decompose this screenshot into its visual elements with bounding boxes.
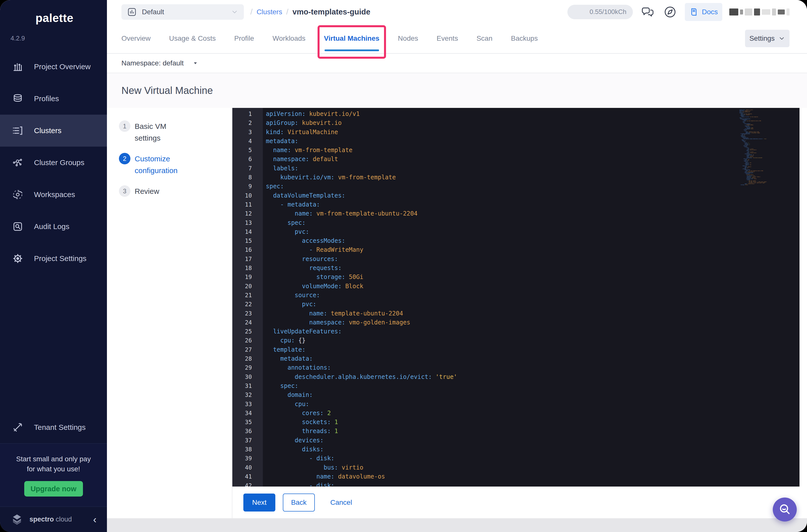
code-line[interactable]: 22 pvc: — [232, 300, 800, 309]
code-line[interactable]: 31 spec: — [232, 381, 800, 391]
wizard-step-2[interactable]: 2Customize configuration — [107, 153, 232, 176]
tab-events[interactable]: Events — [437, 24, 458, 53]
code-line[interactable]: 13 spec: — [232, 218, 800, 227]
code-line[interactable]: 36 threads: 1 — [232, 426, 800, 436]
chat-icon[interactable] — [640, 4, 655, 20]
code-line[interactable]: 33 cpu: — [232, 400, 800, 408]
tab-usage-costs[interactable]: Usage & Costs — [169, 24, 216, 53]
usage-badge: 0.55/100kCh — [567, 5, 633, 19]
yaml-editor[interactable]: 1apiVersion: kubevirt.io/v12apiGroup: ku… — [232, 108, 800, 487]
tab-nodes[interactable]: Nodes — [398, 24, 418, 53]
code-line[interactable]: 3kind: VirtualMachine — [232, 128, 800, 137]
code-line[interactable]: 30 descheduler.alpha.kubernetes.io/evict… — [232, 373, 800, 381]
code-line[interactable]: 16 - ReadWriteMany — [232, 245, 800, 254]
breadcrumb-link-clusters[interactable]: Clusters — [257, 8, 282, 16]
bottom-strip — [107, 518, 807, 532]
editor-minimap[interactable]: apiVersion: kubevirt.io/v1apiGroup: kube… — [739, 109, 777, 185]
sidebar-item-clusters[interactable]: Clusters — [0, 115, 107, 147]
code-line[interactable]: 8 kubevirt.io/vm: vm-from-template — [232, 173, 800, 182]
sidebar-item-workspaces[interactable]: Workspaces — [0, 178, 107, 211]
code-line[interactable]: 10 dataVolumeTemplates: — [232, 191, 800, 200]
code-line[interactable]: 38 disks: — [232, 445, 800, 454]
wizard-step-3[interactable]: 3Review — [107, 185, 232, 197]
code-line[interactable]: 18 requests: — [232, 264, 800, 272]
code-line[interactable]: 42 - disk: — [232, 481, 800, 487]
tab-scan[interactable]: Scan — [476, 24, 492, 53]
sidebar-nav: Project OverviewProfilesClustersCluster … — [0, 51, 107, 274]
code-line[interactable]: 5 name: vm-from-template — [232, 146, 800, 155]
line-number: 20 — [232, 282, 263, 291]
wizard-stepper: 1Basic VM settings2Customize configurati… — [107, 108, 232, 518]
caret-down-icon[interactable] — [192, 60, 199, 66]
sidebar-item-audit-logs[interactable]: Audit Logs — [0, 211, 107, 243]
next-button[interactable]: Next — [243, 494, 275, 512]
code-line[interactable]: 11 - metadata: — [232, 200, 800, 209]
breadcrumb: / Clusters / vmo-templates-guide — [250, 7, 370, 17]
project-selector[interactable]: Default — [121, 4, 244, 20]
code-line[interactable]: 20 volumeMode: Block — [232, 282, 800, 291]
sidebar-item-profiles[interactable]: Profiles — [0, 83, 107, 115]
code-line[interactable]: 27 template: — [232, 345, 800, 354]
code-text: accessModes: — [263, 236, 345, 245]
code-line[interactable]: 29 annotations: — [232, 363, 800, 372]
namespace-selector[interactable]: Namespace: default — [121, 59, 184, 67]
back-button[interactable]: Back — [283, 494, 315, 512]
code-line[interactable]: 35 sockets: 1 — [232, 418, 800, 426]
sidebar-item-tenant-settings[interactable]: Tenant Settings — [0, 411, 107, 443]
code-line[interactable]: 21 source: — [232, 291, 800, 300]
sidebar-item-label: Audit Logs — [34, 222, 70, 231]
compass-icon[interactable] — [662, 4, 678, 20]
code-line[interactable]: 41 name: datavolume-os — [232, 472, 800, 481]
code-line[interactable]: 37 devices: — [232, 436, 800, 445]
tab-overview[interactable]: Overview — [121, 24, 151, 53]
code-line[interactable]: 24 namespace: vmo-golden-images — [232, 318, 800, 327]
code-text: spec: — [263, 218, 305, 227]
code-text: resources: — [263, 254, 338, 264]
code-line[interactable]: 32 domain: — [232, 391, 800, 399]
code-line[interactable]: 40 bus: virtio — [232, 463, 800, 472]
sidebar-item-project-settings[interactable]: Project Settings — [0, 243, 107, 274]
sidebar-item-cluster-groups[interactable]: Cluster Groups — [0, 147, 107, 178]
search-fab[interactable] — [773, 497, 797, 521]
code-line[interactable]: 26 cpu: {} — [232, 336, 800, 345]
code-line[interactable]: 39 - disk: — [232, 454, 800, 463]
code-line[interactable]: 17 resources: — [232, 254, 800, 264]
code-line[interactable]: 14 pvc: — [232, 227, 800, 236]
code-line[interactable]: 4metadata: — [232, 137, 800, 146]
upgrade-now-button[interactable]: Upgrade now — [24, 481, 83, 496]
code-line[interactable]: 1apiVersion: kubevirt.io/v1 — [232, 109, 800, 118]
code-line[interactable]: 15 accessModes: — [232, 236, 800, 245]
code-line[interactable]: 19 storage: 50Gi — [232, 272, 800, 282]
sidebar: palette 4.2.9 Project OverviewProfilesCl… — [0, 0, 107, 532]
settings-button[interactable]: Settings — [745, 30, 789, 47]
code-line[interactable]: 12 name: vm-from-template-ubuntu-2204 — [232, 209, 800, 218]
tab-profile[interactable]: Profile — [234, 24, 254, 53]
code-line[interactable]: 28 metadata: — [232, 354, 800, 363]
chevron-down-icon — [231, 8, 238, 16]
wizard-step-1[interactable]: 1Basic VM settings — [107, 120, 232, 144]
brand-block: palette — [0, 0, 107, 28]
step-label: Basic VM settings — [135, 120, 193, 144]
code-text: cpu: — [263, 400, 309, 408]
sidebar-collapse-button[interactable]: ‹ — [93, 514, 96, 525]
code-line[interactable]: 6 namespace: default — [232, 155, 800, 164]
tab-virtual-machines[interactable]: Virtual Machines — [324, 24, 379, 53]
cancel-button[interactable]: Cancel — [330, 494, 352, 512]
line-number: 25 — [232, 327, 263, 336]
code-line[interactable]: 25 liveUpdateFeatures: — [232, 327, 800, 336]
editor-column: 1apiVersion: kubevirt.io/v12apiGroup: ku… — [232, 108, 807, 518]
tab-workloads[interactable]: Workloads — [273, 24, 305, 53]
line-number: 28 — [232, 354, 263, 363]
tab-backups[interactable]: Backups — [511, 24, 538, 53]
code-line[interactable]: 2apiGroup: kubevirt.io — [232, 118, 800, 127]
code-line[interactable]: 34 cores: 2 — [232, 408, 800, 418]
code-line[interactable]: 7 labels: — [232, 164, 800, 173]
code-line[interactable]: 23 name: template-ubuntu-2204 — [232, 309, 800, 318]
orbit-icon — [12, 189, 23, 200]
sidebar-item-project-overview[interactable]: Project Overview — [0, 51, 107, 83]
code-text: namespace: default — [263, 155, 338, 164]
code-line[interactable]: 9spec: — [232, 182, 800, 191]
docs-button[interactable]: Docs — [685, 3, 722, 21]
redacted-user-info — [729, 8, 789, 16]
line-number: 11 — [232, 200, 263, 209]
